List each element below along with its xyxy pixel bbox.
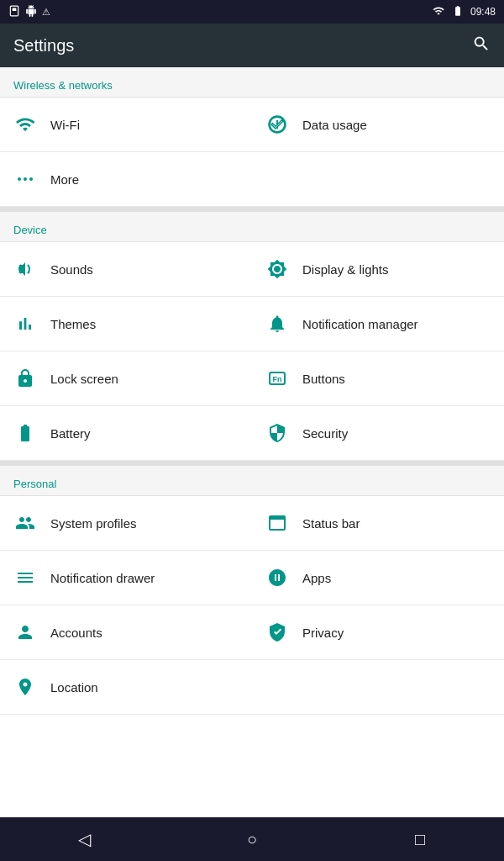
- display-label: Display & lights: [302, 262, 389, 277]
- svg-point-4: [29, 177, 33, 181]
- themes-icon: [13, 312, 37, 335]
- settings-item-data-usage[interactable]: Data usage: [252, 98, 504, 152]
- status-bar-left: ⚠: [8, 5, 50, 18]
- settings-content: Wireless & networks Wi-Fi Data usage Mor…: [0, 67, 504, 817]
- back-button[interactable]: ◁: [67, 822, 101, 856]
- settings-item-battery[interactable]: Battery: [0, 406, 252, 461]
- app-bar: Settings: [0, 24, 504, 67]
- wifi-signal-icon: [432, 5, 445, 19]
- apps-icon: [265, 566, 289, 589]
- location-label: Location: [50, 680, 98, 695]
- status-bar-label: Status bar: [302, 516, 360, 531]
- settings-item-privacy[interactable]: Privacy: [252, 605, 504, 660]
- settings-item-sounds[interactable]: Sounds: [0, 242, 252, 297]
- settings-item-apps[interactable]: Apps: [252, 551, 504, 605]
- settings-item-system-profiles[interactable]: System profiles: [0, 496, 252, 551]
- system-profiles-label: System profiles: [50, 516, 137, 531]
- settings-item-wifi[interactable]: Wi-Fi: [0, 98, 252, 152]
- wifi-label: Wi-Fi: [50, 118, 80, 132]
- settings-item-security[interactable]: Security: [252, 406, 504, 461]
- personal-grid: System profiles Status bar Notification …: [0, 496, 504, 715]
- lock-icon: [13, 367, 37, 390]
- buttons-label: Buttons: [302, 372, 345, 386]
- settings-item-buttons[interactable]: Fn Buttons: [252, 351, 504, 406]
- warning-icon: ⚠: [42, 7, 50, 18]
- svg-rect-1: [13, 8, 17, 12]
- sounds-label: Sounds: [50, 262, 93, 277]
- privacy-label: Privacy: [302, 626, 344, 640]
- svg-rect-8: [270, 516, 285, 520]
- svg-point-3: [24, 177, 27, 181]
- wireless-grid: Wi-Fi Data usage More: [0, 98, 504, 207]
- more-label: More: [50, 172, 79, 187]
- security-label: Security: [302, 426, 348, 441]
- page-title: Settings: [13, 36, 74, 55]
- home-button[interactable]: ○: [235, 822, 269, 856]
- search-button[interactable]: [472, 34, 491, 57]
- settings-item-notification-manager[interactable]: Notification manager: [252, 297, 504, 351]
- battery-icon: [13, 421, 37, 445]
- accounts-icon: [13, 621, 37, 644]
- privacy-icon: [265, 621, 289, 644]
- time-display: 09:48: [470, 6, 496, 18]
- settings-item-location[interactable]: Location: [0, 660, 504, 715]
- settings-item-themes[interactable]: Themes: [0, 297, 252, 351]
- notification-drawer-label: Notification drawer: [50, 571, 155, 585]
- section-header-wireless: Wireless & networks: [0, 67, 504, 98]
- battery-status-icon: [450, 5, 465, 19]
- themes-label: Themes: [50, 317, 96, 331]
- status-bar: ⚠ 09:48: [0, 0, 504, 24]
- settings-item-notification-drawer[interactable]: Notification drawer: [0, 551, 252, 605]
- nav-bar: ◁ ○ □: [0, 817, 504, 861]
- more-icon: [13, 167, 37, 191]
- data-usage-icon: [265, 113, 289, 136]
- notification-drawer-icon: [13, 566, 37, 589]
- settings-item-more[interactable]: More: [0, 152, 504, 207]
- apps-label: Apps: [302, 571, 331, 585]
- security-icon: [265, 421, 289, 445]
- svg-text:Fn: Fn: [273, 375, 282, 383]
- profiles-icon: [13, 511, 37, 535]
- notification-manager-icon: [265, 312, 289, 335]
- android-icon: [25, 5, 37, 18]
- settings-item-display[interactable]: Display & lights: [252, 242, 504, 297]
- sounds-icon: [13, 257, 37, 281]
- settings-item-lock-screen[interactable]: Lock screen: [0, 351, 252, 406]
- status-bar-right: 09:48: [432, 5, 496, 19]
- accounts-label: Accounts: [50, 626, 102, 640]
- data-usage-label: Data usage: [302, 118, 367, 132]
- buttons-icon: Fn: [265, 367, 289, 390]
- section-header-device: Device: [0, 212, 504, 242]
- location-icon: [13, 675, 37, 699]
- wifi-icon: [13, 113, 37, 136]
- settings-item-accounts[interactable]: Accounts: [0, 605, 252, 660]
- display-icon: [265, 257, 289, 281]
- svg-point-2: [18, 177, 21, 181]
- lock-screen-label: Lock screen: [50, 372, 118, 386]
- settings-item-status-bar[interactable]: Status bar: [252, 496, 504, 551]
- status-bar-icon: [265, 511, 289, 535]
- section-header-personal: Personal: [0, 466, 504, 496]
- device-grid: Sounds Display & lights Themes Notificat…: [0, 242, 504, 461]
- notification-manager-label: Notification manager: [302, 317, 418, 331]
- recent-apps-button[interactable]: □: [403, 822, 437, 856]
- sim-icon: [8, 5, 20, 18]
- battery-label: Battery: [50, 426, 91, 441]
